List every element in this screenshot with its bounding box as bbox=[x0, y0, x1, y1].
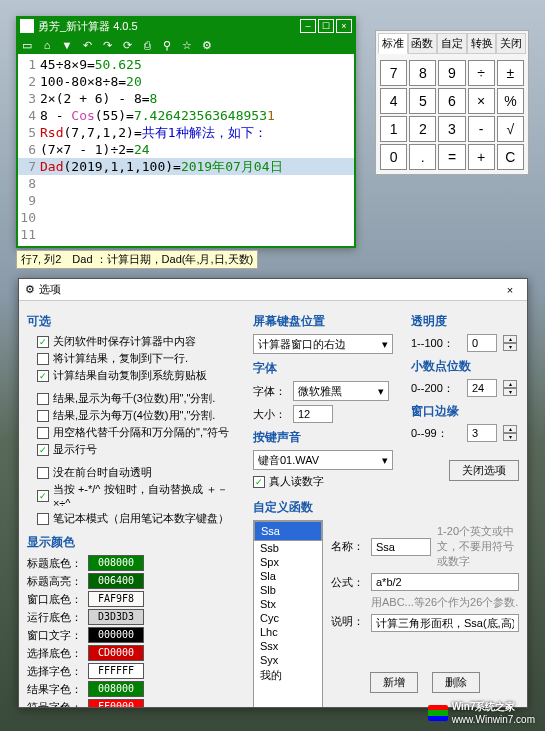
editor-line[interactable]: 9 bbox=[18, 192, 354, 209]
trans-spinner[interactable]: ▴▾ bbox=[503, 335, 517, 351]
titlebar[interactable]: 勇芳_新计算器 4.0.5 – ☐ × bbox=[16, 16, 356, 36]
editor-line[interactable]: 5Rsd(7,7,1,2)=共有1种解法，如下： bbox=[18, 124, 354, 141]
screenkb-select[interactable]: 计算器窗口的右边▾ bbox=[253, 334, 393, 354]
font-size-input[interactable] bbox=[293, 405, 333, 423]
key-√[interactable]: √ bbox=[497, 116, 524, 142]
key-=[interactable]: = bbox=[438, 144, 465, 170]
key-5[interactable]: 5 bbox=[409, 88, 436, 114]
key-4[interactable]: 4 bbox=[380, 88, 407, 114]
list-item[interactable]: Slb bbox=[254, 583, 322, 597]
editor-line[interactable]: 7Dad(2019,1,1,100)=2019年07月04日 bbox=[18, 158, 354, 175]
list-item[interactable]: Stx bbox=[254, 597, 322, 611]
key-8[interactable]: 8 bbox=[409, 60, 436, 86]
settings-icon[interactable]: ⚙ bbox=[200, 38, 214, 52]
checkbox[interactable] bbox=[37, 353, 49, 365]
list-item[interactable]: 我的 bbox=[254, 667, 322, 684]
color-swatch[interactable]: 008000 bbox=[88, 555, 144, 571]
editor-area[interactable]: 145÷8×9=50.6252100-80×8÷8=2032×(2 + 6) -… bbox=[16, 54, 356, 248]
checkbox[interactable] bbox=[37, 410, 49, 422]
border-spinner[interactable]: ▴▾ bbox=[503, 425, 517, 441]
editor-line[interactable]: 8 bbox=[18, 175, 354, 192]
save-icon[interactable]: ▼ bbox=[60, 38, 74, 52]
checkbox[interactable] bbox=[37, 427, 49, 439]
checkbox[interactable] bbox=[37, 513, 49, 525]
color-swatch[interactable]: CD0000 bbox=[88, 645, 144, 661]
editor-line[interactable]: 2100-80×8÷8=20 bbox=[18, 73, 354, 90]
key-0[interactable]: 0 bbox=[380, 144, 407, 170]
keypad-tab-3[interactable]: 转换 bbox=[467, 33, 497, 54]
border-input[interactable] bbox=[467, 424, 497, 442]
checkbox[interactable]: ✓ bbox=[37, 490, 49, 502]
formula-input[interactable] bbox=[371, 573, 519, 591]
key-6[interactable]: 6 bbox=[438, 88, 465, 114]
add-button[interactable]: 新增 bbox=[370, 672, 418, 693]
list-item[interactable]: Ssx bbox=[254, 639, 322, 653]
sound-select[interactable]: 键音01.WAV▾ bbox=[253, 450, 393, 470]
editor-line[interactable]: 6(7×7 - 1)÷2=24 bbox=[18, 141, 354, 158]
color-swatch[interactable]: 006400 bbox=[88, 573, 144, 589]
key-÷[interactable]: ÷ bbox=[468, 60, 495, 86]
dialog-titlebar[interactable]: ⚙ 选项 × bbox=[19, 279, 527, 301]
key-2[interactable]: 2 bbox=[409, 116, 436, 142]
color-swatch[interactable]: FFFFFF bbox=[88, 663, 144, 679]
list-item[interactable]: Ssb bbox=[254, 541, 322, 555]
key--[interactable]: - bbox=[468, 116, 495, 142]
editor-line[interactable]: 10 bbox=[18, 209, 354, 226]
key-1[interactable]: 1 bbox=[380, 116, 407, 142]
minimize-button[interactable]: – bbox=[300, 19, 316, 33]
list-item[interactable]: Sla bbox=[254, 569, 322, 583]
list-item[interactable]: Spx bbox=[254, 555, 322, 569]
checkbox[interactable]: ✓ bbox=[37, 444, 49, 456]
list-item[interactable]: Syx bbox=[254, 653, 322, 667]
list-item[interactable]: Ssa bbox=[254, 521, 322, 541]
key-9[interactable]: 9 bbox=[438, 60, 465, 86]
print-icon[interactable]: ⎙ bbox=[140, 38, 154, 52]
dec-spinner[interactable]: ▴▾ bbox=[503, 380, 517, 396]
trans-input[interactable] bbox=[467, 334, 497, 352]
checkbox[interactable]: ✓ bbox=[37, 336, 49, 348]
checkbox[interactable]: ✓ bbox=[37, 370, 49, 382]
editor-line[interactable]: 48 - Cos(55)=7.4264235636489531 bbox=[18, 107, 354, 124]
key-.[interactable]: . bbox=[409, 144, 436, 170]
font-name-select[interactable]: 微软雅黑▾ bbox=[293, 381, 389, 401]
list-item[interactable]: Lhc bbox=[254, 625, 322, 639]
editor-line[interactable]: 145÷8×9=50.625 bbox=[18, 56, 354, 73]
undo-icon[interactable]: ↶ bbox=[80, 38, 94, 52]
list-item[interactable]: Cyc bbox=[254, 611, 322, 625]
zoom-icon[interactable]: ⚲ bbox=[160, 38, 174, 52]
star-icon[interactable]: ☆ bbox=[180, 38, 194, 52]
keypad-tab-4[interactable]: 关闭 bbox=[496, 33, 526, 54]
name-input[interactable] bbox=[371, 538, 431, 556]
checkbox[interactable] bbox=[37, 393, 49, 405]
custom-function-list[interactable]: SsaSsbSpxSlaSlbStxCycLhcSsxSyx我的 bbox=[253, 520, 323, 707]
checkbox[interactable] bbox=[37, 467, 49, 479]
keypad-tab-1[interactable]: 函数 bbox=[408, 33, 438, 54]
refresh-icon[interactable]: ⟳ bbox=[120, 38, 134, 52]
editor-line[interactable]: 11 bbox=[18, 226, 354, 243]
key-3[interactable]: 3 bbox=[438, 116, 465, 142]
maximize-button[interactable]: ☐ bbox=[318, 19, 334, 33]
desc-input[interactable] bbox=[371, 614, 519, 632]
color-swatch[interactable]: FAF9F8 bbox=[88, 591, 144, 607]
close-options-button[interactable]: 关闭选项 bbox=[449, 460, 519, 481]
color-swatch[interactable]: 008000 bbox=[88, 681, 144, 697]
key-×[interactable]: × bbox=[468, 88, 495, 114]
redo-icon[interactable]: ↷ bbox=[100, 38, 114, 52]
color-swatch[interactable]: D3D3D3 bbox=[88, 609, 144, 625]
key-C[interactable]: C bbox=[497, 144, 524, 170]
open-icon[interactable]: ⌂ bbox=[40, 38, 54, 52]
dialog-close-button[interactable]: × bbox=[499, 281, 521, 299]
key-+[interactable]: + bbox=[468, 144, 495, 170]
editor-line[interactable]: 32×(2 + 6) - 8=8 bbox=[18, 90, 354, 107]
voice-checkbox[interactable]: ✓ bbox=[253, 476, 265, 488]
key-±[interactable]: ± bbox=[497, 60, 524, 86]
keypad-tab-2[interactable]: 自定 bbox=[437, 33, 467, 54]
delete-button[interactable]: 删除 bbox=[432, 672, 480, 693]
key-7[interactable]: 7 bbox=[380, 60, 407, 86]
keypad-tab-0[interactable]: 标准 bbox=[378, 33, 408, 54]
dec-input[interactable] bbox=[467, 379, 497, 397]
close-button[interactable]: × bbox=[336, 19, 352, 33]
new-icon[interactable]: ▭ bbox=[20, 38, 34, 52]
color-swatch[interactable]: FF0000 bbox=[88, 699, 144, 707]
key-%[interactable]: % bbox=[497, 88, 524, 114]
